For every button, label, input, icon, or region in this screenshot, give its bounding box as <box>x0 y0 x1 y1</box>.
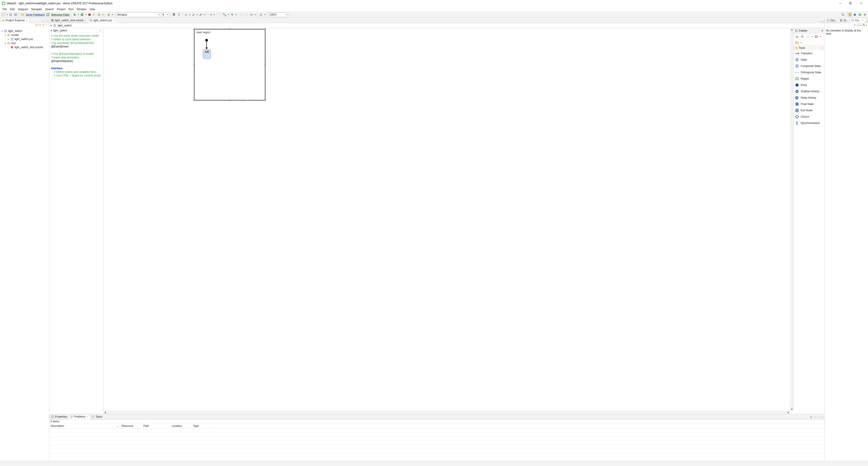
close-icon[interactable]: × <box>113 19 115 22</box>
align-button[interactable] <box>230 12 235 17</box>
hide-button[interactable] <box>239 12 244 17</box>
autosize-button[interactable] <box>244 12 249 17</box>
palette-tool-deephist[interactable]: H*Deep History <box>794 94 825 101</box>
column-location[interactable]: Location <box>170 424 192 428</box>
makesame-button[interactable] <box>249 12 254 17</box>
align-dropdown[interactable] <box>235 14 237 15</box>
debug-dropdown[interactable] <box>77 14 79 15</box>
minimize-editor-icon[interactable] <box>819 21 822 23</box>
save-button[interactable] <box>8 12 13 17</box>
tree-file-ysc[interactable]: ▸light_switch.ysc <box>1 37 48 41</box>
search-button[interactable] <box>97 12 101 17</box>
perspective-other[interactable] <box>863 12 867 17</box>
fill-color-button[interactable] <box>191 12 195 17</box>
palette-tool-choice[interactable]: Choice <box>794 114 825 120</box>
project-tree[interactable]: ▾light_switch▾model▸light_switch.ysc▾tes… <box>0 28 49 461</box>
layout-button[interactable] <box>259 12 264 17</box>
new-dropdown[interactable] <box>6 14 8 15</box>
menu-file[interactable]: File <box>1 7 8 11</box>
run-button[interactable] <box>80 12 84 17</box>
defpane-pin-icon[interactable] <box>99 29 102 32</box>
palette-tool-finalstate[interactable]: Final State <box>794 101 825 107</box>
router-dropdown[interactable] <box>213 14 215 15</box>
right-tab-0[interactable]: Out... <box>825 18 838 23</box>
state-off[interactable]: Off <box>203 49 211 59</box>
line-color-dropdown[interactable] <box>204 14 206 15</box>
menu-edit[interactable]: Edit <box>8 7 16 11</box>
region-container[interactable]: main region Off <box>194 29 266 100</box>
console-open-dropdown[interactable] <box>860 24 862 27</box>
menu-run[interactable]: Run <box>67 7 75 11</box>
right-tab-1[interactable]: Si... <box>838 18 850 23</box>
palette-tool-composite[interactable]: CComposite State <box>794 63 825 69</box>
router-button[interactable] <box>208 12 213 17</box>
palette-folder-tool[interactable] <box>795 40 799 45</box>
quick-access-button[interactable] <box>841 12 845 17</box>
tree-project[interactable]: ▾light_switch <box>1 29 48 33</box>
close-button[interactable] <box>856 0 866 7</box>
menu-project[interactable]: Project <box>55 7 67 11</box>
column-type[interactable]: Type <box>192 424 213 428</box>
menu-help[interactable]: Help <box>88 7 97 11</box>
console-new-dropdown[interactable] <box>866 24 867 27</box>
maximize-view-icon[interactable] <box>820 415 824 419</box>
palette-tool-entry[interactable]: Entry <box>794 82 825 88</box>
line-color-button[interactable] <box>198 12 203 17</box>
layout-dropdown[interactable] <box>264 14 266 15</box>
run-dropdown[interactable] <box>85 14 87 15</box>
pin-button[interactable] <box>106 12 111 17</box>
font-color-dropdown[interactable] <box>188 14 191 15</box>
close-icon[interactable]: × <box>84 19 87 22</box>
save-all-button[interactable] <box>13 12 18 17</box>
palette-collapse-icon[interactable] <box>822 30 823 32</box>
palette-header[interactable]: Palette <box>794 28 825 33</box>
palette-zoom-tool[interactable] <box>800 34 805 39</box>
link-editor-icon[interactable] <box>39 24 41 27</box>
debug-button[interactable] <box>72 12 77 17</box>
entry-node[interactable] <box>205 39 208 41</box>
palette-marquee-dropdown[interactable] <box>811 34 813 39</box>
definition-editor[interactable]: // Use the event driven execution model.… <box>49 33 103 411</box>
breadcrumb-item[interactable]: light_switch <box>58 24 72 27</box>
menu-search[interactable]: Search <box>43 7 55 11</box>
arrange-dropdown[interactable] <box>227 14 229 15</box>
column-path[interactable]: Path <box>142 424 170 428</box>
collapse-all-icon[interactable] <box>35 24 38 27</box>
palette-tool-orthogonal[interactable]: Orthogonal State <box>794 69 825 76</box>
palette-tool-region[interactable]: Region <box>794 76 825 82</box>
arrange-button[interactable] <box>222 12 227 17</box>
bold-button[interactable]: B <box>172 12 176 17</box>
filter-problems-icon[interactable] <box>809 415 813 419</box>
maximize-view-icon[interactable] <box>45 19 49 23</box>
external-tools-dropdown[interactable] <box>92 14 94 15</box>
column-description[interactable]: Description▴ <box>49 424 120 428</box>
view-menu-icon[interactable] <box>813 415 817 419</box>
console-pin-icon[interactable] <box>854 24 856 27</box>
maximize-button[interactable] <box>845 0 856 7</box>
fill-color-dropdown[interactable] <box>196 14 198 15</box>
project-explorer-tab[interactable]: Project Explorer × <box>0 18 30 23</box>
problems-table[interactable]: Description▴ResourcePathLocationType <box>49 424 825 461</box>
maximize-editor-icon[interactable] <box>822 21 824 23</box>
minimize-button[interactable] <box>835 0 845 7</box>
breadcrumb[interactable]: light_switch <box>49 23 825 28</box>
perspective-debug[interactable] <box>858 12 862 17</box>
palette-select-tool[interactable] <box>795 34 799 39</box>
italic-button[interactable]: I <box>177 12 181 17</box>
palette-tool-transition[interactable]: Transition <box>794 50 825 57</box>
close-icon[interactable]: × <box>862 19 864 22</box>
send-feedback-link[interactable]: Send Feedback <box>25 13 45 16</box>
welcome-icon[interactable] <box>46 12 50 17</box>
new-button[interactable] <box>1 12 5 17</box>
bottom-tab-tasks[interactable]: Tasks <box>90 414 104 419</box>
console-display-icon[interactable] <box>857 24 860 27</box>
font-family-select[interactable]: Verdana <box>116 12 161 17</box>
palette-tool-state[interactable]: SState <box>794 57 825 63</box>
view-menu-icon[interactable] <box>45 24 48 27</box>
palette-tools-category[interactable]: Tools <box>794 46 825 50</box>
minimize-view-icon[interactable] <box>817 415 820 419</box>
perspective-sc-sim[interactable] <box>852 12 857 17</box>
menu-navigate[interactable]: Navigate <box>30 7 43 11</box>
zoom-select[interactable]: 100% <box>268 12 289 17</box>
perspective-sc-modeling[interactable] <box>848 12 852 17</box>
